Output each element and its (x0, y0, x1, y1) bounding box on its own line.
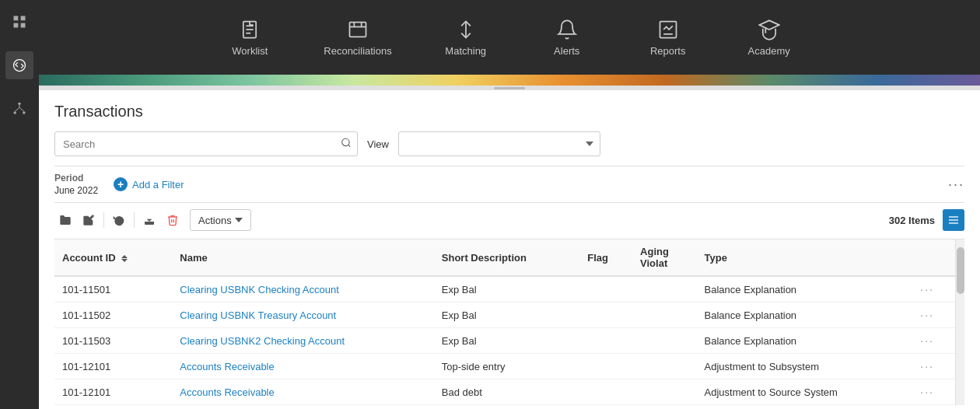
cell-row-actions[interactable]: ··· (912, 302, 955, 328)
view-select[interactable] (398, 131, 600, 156)
cell-short-description: Exp Bal (434, 328, 579, 354)
table-header-row: Account ID Name Short Description Flag (54, 239, 955, 276)
view-label: View (367, 138, 389, 150)
cell-account-id: 101-11501 (54, 276, 172, 302)
separator-2 (134, 212, 135, 228)
period-value: June 2022 (54, 185, 98, 196)
row-more-button[interactable]: ··· (920, 309, 934, 321)
svg-rect-3 (21, 23, 26, 28)
svg-rect-1 (21, 16, 26, 21)
account-link[interactable]: Accounts Receivable (180, 386, 274, 398)
row-more-button[interactable]: ··· (920, 360, 934, 372)
nav-reports[interactable]: Reports (641, 19, 695, 57)
cell-account-id: 101-12101 (54, 354, 172, 379)
nav-academy[interactable]: Academy (742, 19, 796, 57)
edit-button[interactable] (78, 209, 100, 231)
svg-rect-2 (14, 23, 19, 28)
search-bar: View (54, 131, 964, 156)
folder-button[interactable] (54, 209, 76, 231)
search-input[interactable] (54, 131, 358, 156)
more-options-button[interactable]: ··· (948, 177, 964, 193)
col-actions (912, 239, 955, 276)
plus-icon: + (114, 177, 128, 191)
account-link[interactable]: Accounts Receivable (180, 361, 274, 372)
table-row: 101-12101 Accounts Receivable Bad debt A… (54, 379, 955, 405)
cell-flag (579, 302, 632, 328)
search-button[interactable] (341, 138, 352, 151)
column-view-button[interactable] (943, 209, 964, 231)
svg-point-5 (18, 103, 20, 105)
nav-matching[interactable]: Matching (439, 19, 493, 57)
content-area: Transactions View Period June 2022 + (39, 90, 980, 409)
swap-icon[interactable] (5, 51, 33, 79)
cell-account-id: 101-11502 (54, 302, 172, 328)
col-flag: Flag (579, 239, 632, 276)
cell-type: Balance Explanation (697, 276, 913, 302)
cell-aging-violat (632, 379, 697, 405)
row-more-button[interactable]: ··· (920, 283, 934, 295)
export-button[interactable] (138, 209, 160, 231)
sort-account-id[interactable] (121, 255, 128, 262)
delete-button[interactable] (162, 209, 184, 231)
filter-bar: Period June 2022 + Add a Filter ··· (54, 166, 964, 203)
account-link[interactable]: Clearing USBNK Treasury Account (180, 309, 336, 321)
search-wrapper (54, 131, 358, 156)
cell-aging-violat (632, 328, 697, 354)
row-more-button[interactable]: ··· (920, 334, 934, 347)
nav-worklist[interactable]: Worklist (222, 19, 277, 57)
decorative-banner (39, 75, 980, 86)
col-account-id: Account ID (54, 239, 172, 276)
actions-button[interactable]: Actions (190, 209, 251, 231)
cell-aging-violat (632, 354, 697, 379)
account-link[interactable]: Clearing USBNK2 Checking Account (180, 335, 345, 347)
table-row: 101-11503 Clearing USBNK2 Checking Accou… (54, 328, 955, 354)
col-short-description: Short Description (434, 239, 579, 276)
items-count: 302 Items (889, 215, 935, 226)
period-section: Period June 2022 (54, 173, 98, 196)
svg-point-4 (14, 60, 26, 72)
svg-rect-0 (14, 16, 19, 21)
transactions-table: Account ID Name Short Description Flag (54, 239, 955, 405)
cell-aging-violat (632, 276, 697, 302)
cell-short-description: Exp Bal (434, 276, 579, 302)
account-link[interactable]: Clearing USBNK Checking Account (180, 284, 339, 295)
row-more-button[interactable]: ··· (920, 386, 934, 398)
grid-icon[interactable] (5, 8, 33, 36)
filter-icon[interactable] (610, 136, 624, 152)
scrollbar-track[interactable] (955, 239, 964, 405)
table-row: 101-11502 Clearing USBNK Treasury Accoun… (54, 302, 955, 328)
cell-name: Accounts Receivable (172, 379, 433, 405)
cell-row-actions[interactable]: ··· (912, 328, 955, 354)
cell-row-actions[interactable]: ··· (912, 379, 955, 405)
add-filter-button[interactable]: + Add a Filter (114, 177, 184, 191)
cell-name: Accounts Receivable (172, 354, 433, 379)
table-scroll[interactable]: Account ID Name Short Description Flag (54, 239, 955, 405)
cell-flag (579, 354, 632, 379)
table-row: 101-11501 Clearing USBNK Checking Accoun… (54, 276, 955, 302)
svg-point-6 (14, 111, 16, 114)
page-title: Transactions (54, 103, 964, 121)
separator-1 (103, 212, 104, 228)
col-type: Type (697, 239, 913, 276)
cell-row-actions[interactable]: ··· (912, 276, 955, 302)
cell-flag (579, 379, 632, 405)
scrollbar-thumb[interactable] (957, 247, 964, 294)
cell-short-description: Top-side entry (434, 354, 579, 379)
top-nav: Worklist Reconciliations Matching Alerts… (39, 0, 980, 75)
hierarchy-icon[interactable] (5, 95, 33, 123)
cell-aging-violat (632, 302, 697, 328)
period-label: Period (54, 173, 98, 184)
main-area: Worklist Reconciliations Matching Alerts… (39, 0, 980, 409)
svg-point-7 (23, 111, 25, 114)
col-name: Name (172, 239, 433, 276)
svg-rect-12 (350, 22, 366, 37)
cell-name: Clearing USBNK Treasury Account (172, 302, 433, 328)
left-sidebar (0, 0, 39, 409)
nav-alerts[interactable]: Alerts (540, 19, 594, 57)
cell-flag (579, 276, 632, 302)
cell-row-actions[interactable]: ··· (912, 354, 955, 379)
cell-short-description: Exp Bal (434, 302, 579, 328)
nav-reconciliations[interactable]: Reconciliations (324, 19, 391, 57)
cell-type: Balance Explanation (697, 328, 913, 354)
refresh-button[interactable] (108, 209, 130, 231)
